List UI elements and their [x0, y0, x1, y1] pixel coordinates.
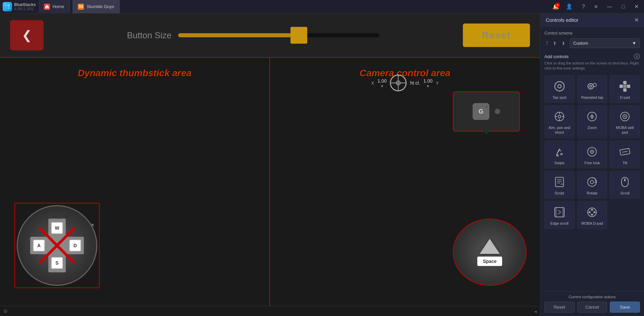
crosshair-icon[interactable] — [390, 75, 407, 91]
svg-rect-3 — [8, 7, 10, 9]
dpad-cross: W A S D — [30, 219, 84, 272]
svg-point-37 — [590, 180, 594, 184]
control-item-scroll[interactable]: Scroll — [610, 171, 640, 198]
control-item-repeated-tap[interactable]: Repeated tap — [577, 75, 607, 103]
dpad-control-label: D-pad — [620, 95, 630, 100]
free-look-icon — [585, 145, 599, 159]
add-controls-title: Add controls — [544, 54, 569, 59]
close-button[interactable]: ✕ — [632, 2, 641, 11]
g-button-container[interactable]: G — [453, 91, 520, 132]
footer-save-button[interactable]: Save — [610, 302, 640, 313]
dpad-key-s[interactable]: S — [51, 257, 63, 269]
add-controls-section: Add controls ℹ Click or drag the actions… — [544, 53, 640, 71]
dpad-key-a[interactable]: A — [33, 239, 45, 252]
tap-spot-icon — [553, 80, 566, 93]
back-button[interactable]: ❮ — [10, 20, 44, 50]
slider-fill — [178, 33, 299, 37]
svg-rect-11 — [620, 85, 623, 88]
svg-rect-12 — [627, 85, 630, 88]
footer-reset-button[interactable]: Reset — [544, 302, 575, 313]
svg-point-5 — [558, 85, 561, 88]
dynamic-zone-label: Dynamic thumbstick area — [0, 58, 269, 79]
x-coord-group: 1.00 ▼ — [377, 78, 386, 88]
reset-button[interactable]: Reset — [463, 24, 530, 47]
edge-scroll-label: Edge scroll — [550, 221, 569, 226]
control-scheme-select[interactable]: Custom ▼ — [570, 38, 640, 48]
control-item-swipe[interactable]: Swipe — [544, 141, 575, 168]
settings-button[interactable]: ≡ — [592, 2, 600, 11]
panel-content: Control scheme ⤴ ⬆ ⬇ Custom ▼ Add con — [540, 27, 644, 291]
notification-badge: 4 — [555, 3, 560, 7]
svg-point-7 — [590, 85, 592, 87]
svg-marker-47 — [591, 214, 593, 216]
g-button-indicator — [495, 109, 500, 114]
main-area: ❮ Button Size Reset Dynamic thumbstick a… — [0, 13, 644, 316]
center-label-group: ht cl. — [410, 80, 420, 86]
scroll-icon — [618, 175, 632, 189]
swipe-icon — [553, 145, 566, 159]
notification-icon[interactable]: 🔔 4 — [552, 3, 559, 10]
scheme-share-icon[interactable]: ⤴ — [544, 39, 549, 47]
control-item-tap-spot[interactable]: Tap spot — [544, 75, 575, 103]
control-item-tilt[interactable]: Tilt — [610, 141, 640, 168]
dpad-container[interactable]: W A S D — [17, 205, 97, 286]
y-coord-group: 1.00 ▼ — [423, 78, 432, 88]
moba-skill-pad-icon — [618, 110, 632, 123]
tilt-icon — [618, 145, 632, 159]
button-size-label: Button Size — [127, 30, 172, 41]
g-button[interactable]: G — [473, 103, 489, 120]
svg-line-31 — [622, 151, 628, 152]
repeated-tap-icon — [585, 80, 599, 93]
y-coord-label: Y — [436, 81, 439, 86]
panel-header: Controls editor ✕ — [540, 13, 644, 27]
reset-label: Reset — [482, 30, 511, 41]
svg-rect-41 — [555, 208, 557, 217]
control-item-free-look[interactable]: Free look — [577, 141, 607, 168]
title-bar-right: 🔔 4 👤 ? ≡ — □ ✕ — [552, 2, 641, 11]
resize-icon[interactable]: ◂ — [534, 309, 537, 314]
dpad-outer-circle: W A S D — [17, 205, 97, 286]
scheme-import-icon[interactable]: ⬇ — [560, 39, 567, 47]
footer-title: Current configuration actions — [544, 295, 640, 299]
control-item-moba-skill-pad[interactable]: MOBA skill pad — [610, 105, 640, 138]
controls-grid: Tap spot Repeated tap — [544, 75, 640, 229]
footer-cancel-button[interactable]: Cancel — [577, 302, 607, 313]
slider-thumb[interactable] — [290, 27, 307, 44]
control-item-aim-pan-shoot[interactable]: Aim, pan and shoot — [544, 105, 575, 138]
svg-rect-9 — [623, 81, 627, 84]
account-button[interactable]: 👤 — [563, 2, 575, 11]
svg-point-29 — [591, 151, 593, 152]
space-button-container[interactable]: Space — [453, 219, 527, 286]
control-item-moba-dpad[interactable]: MOBA D-pad — [577, 201, 607, 229]
svg-rect-10 — [623, 88, 627, 92]
panel-title: Controls editor — [546, 17, 579, 23]
help-button[interactable]: ? — [579, 2, 588, 11]
control-item-script[interactable]: Script — [544, 171, 575, 198]
game-zones: Dynamic thumbstick area ✕ W A S — [0, 57, 540, 306]
maximize-button[interactable]: □ — [619, 2, 628, 11]
minimize-button[interactable]: — — [604, 2, 615, 11]
control-item-rotate[interactable]: Rotate — [577, 171, 607, 198]
settings-bottom-icon[interactable]: ⚙ — [3, 309, 8, 314]
panel-close-button[interactable]: ✕ — [634, 17, 639, 23]
tab-home[interactable]: Home — [39, 0, 70, 13]
dpad-key-d[interactable]: D — [69, 239, 81, 252]
center-label: ht cl. — [410, 80, 420, 86]
scheme-dropdown-icon: ▼ — [632, 41, 636, 46]
dpad-key-w[interactable]: W — [51, 222, 63, 234]
svg-rect-13 — [623, 85, 627, 88]
control-item-edge-scroll[interactable]: Edge scroll — [544, 201, 575, 229]
add-controls-info-icon[interactable]: ℹ — [634, 53, 640, 59]
svg-rect-25 — [556, 154, 559, 156]
button-size-slider[interactable] — [178, 30, 379, 40]
script-icon — [553, 175, 566, 189]
add-controls-header: Add controls ℹ — [544, 53, 640, 59]
control-item-dpad[interactable]: D-pad — [610, 75, 640, 103]
repeated-tap-label: Repeated tap — [581, 95, 603, 100]
scheme-export-icon[interactable]: ⬆ — [551, 39, 558, 47]
control-item-zoom[interactable]: Zoom — [577, 105, 607, 138]
x-coord-value: 1.00 — [377, 78, 386, 84]
tab-stumble-guys[interactable]: SG Stumble Guys — [72, 0, 120, 13]
scheme-selected-value: Custom — [573, 41, 588, 46]
scroll-label: Scroll — [620, 191, 630, 195]
